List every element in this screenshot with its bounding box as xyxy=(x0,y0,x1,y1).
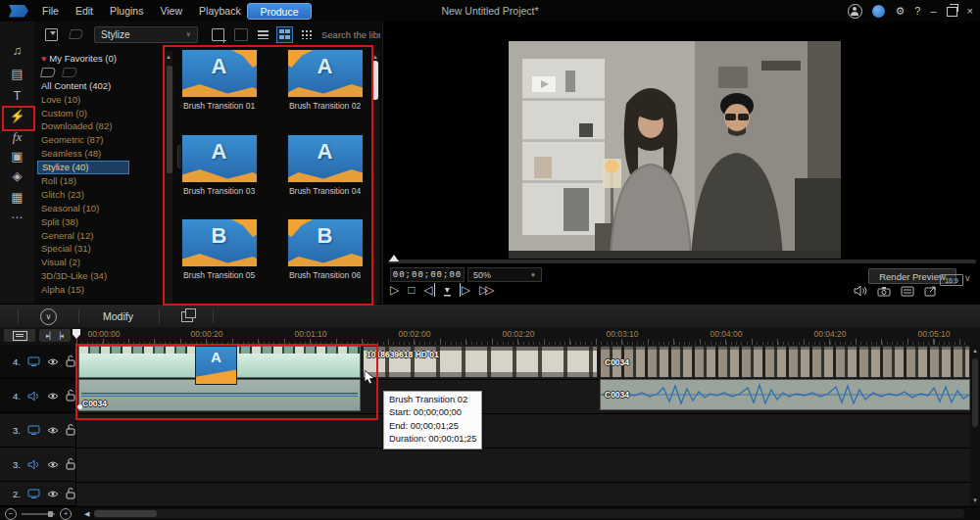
scroll-down-icon[interactable]: ▼ xyxy=(971,496,979,504)
scroll-up-icon[interactable]: ▲ xyxy=(371,53,379,61)
transition-room-icon[interactable]: ⚡ xyxy=(0,109,34,123)
clip-c0034-video-2[interactable]: C0034 xyxy=(600,346,970,378)
track-header-3-audio[interactable]: 3. xyxy=(0,448,76,482)
video-overlay-room-icon[interactable]: ▤ xyxy=(0,67,34,81)
category-seasonal[interactable]: Seasonal (10) xyxy=(37,202,129,215)
produce-button[interactable]: Produce xyxy=(247,3,312,20)
zoom-slider[interactable] xyxy=(22,513,55,515)
grid-view-icon[interactable] xyxy=(276,26,294,43)
transition-thumbnail[interactable]: A xyxy=(287,49,364,98)
lock-icon[interactable] xyxy=(66,355,75,367)
track-header-3-video[interactable]: 3. xyxy=(0,413,76,448)
category-filter-dropdown[interactable]: Stylize ∨ xyxy=(94,26,198,43)
category-visual[interactable]: Visual (2) xyxy=(37,256,129,269)
library-item[interactable]: B Brush Transition 06 xyxy=(274,218,375,280)
zoom-in-button[interactable]: + xyxy=(60,508,72,520)
track-header-4-video[interactable]: 4. xyxy=(0,345,76,379)
subtitle-room-icon[interactable]: ▦ xyxy=(0,190,34,205)
eye-icon[interactable] xyxy=(47,391,59,402)
scroll-left-icon[interactable]: ◀ xyxy=(84,510,89,518)
category-all-content[interactable]: All Content (402) xyxy=(37,79,129,93)
import-media-icon[interactable] xyxy=(45,28,58,41)
track-header-4-audio[interactable]: 4. xyxy=(0,379,76,413)
timeline-vertical-scrollbar[interactable]: ▲ ▼ xyxy=(970,345,980,506)
track-header-2-video[interactable]: 2. xyxy=(0,482,76,506)
search-input[interactable] xyxy=(319,28,382,41)
previous-frame-button[interactable]: ◁ xyxy=(423,283,434,297)
category-downloaded[interactable]: Downloaded (82) xyxy=(37,119,129,133)
category-split[interactable]: Split (38) xyxy=(37,215,129,229)
category-seamless[interactable]: Seamless (48) xyxy=(37,147,129,161)
category-roll[interactable]: Roll (18) xyxy=(37,174,129,188)
transition-thumbnail[interactable]: B xyxy=(181,218,258,267)
seekbar-playhead[interactable] xyxy=(389,255,399,261)
eye-icon[interactable] xyxy=(47,356,59,367)
remove-tag-icon[interactable] xyxy=(62,68,77,77)
snapshot-camera-icon[interactable] xyxy=(877,286,891,297)
minimize-button[interactable]: – xyxy=(930,5,936,17)
stop-button[interactable]: □ xyxy=(408,283,415,297)
lock-icon[interactable] xyxy=(66,488,75,499)
menu-file[interactable]: File xyxy=(42,5,59,17)
fast-forward-button[interactable]: ▷▷ xyxy=(479,283,491,297)
media-room-icon[interactable]: ♫ xyxy=(0,43,34,58)
category-glitch[interactable]: Glitch (23) xyxy=(37,188,129,202)
timeline-ruler[interactable]: 00:00:00 00:00:20 00:01:10 00:02:00 00:0… xyxy=(76,327,970,345)
category-alpha[interactable]: Alpha (15) xyxy=(37,283,129,297)
preview-video[interactable] xyxy=(509,41,841,259)
library-item[interactable]: A Brush Transition 02 xyxy=(274,49,375,111)
next-frame-button[interactable]: ▷ xyxy=(460,283,470,297)
menu-edit[interactable]: Edit xyxy=(75,5,93,17)
preview-timecode[interactable]: 00;00;00;00 xyxy=(390,267,465,282)
range-select-button[interactable] xyxy=(4,329,35,342)
library-item[interactable]: A Brush Transition 01 xyxy=(169,49,270,111)
eye-icon[interactable] xyxy=(47,489,59,499)
clip-1018639618-hd-01[interactable]: 1018639618 HD 01 xyxy=(363,346,598,378)
lock-icon[interactable] xyxy=(66,424,75,436)
transition-thumbnail[interactable]: A xyxy=(287,134,364,183)
category-general[interactable]: General (12) xyxy=(37,229,129,243)
preview-zoom-dropdown[interactable]: 50% ▼ xyxy=(467,267,542,282)
settings-gear-icon[interactable]: ⚙ xyxy=(895,5,905,18)
account-icon[interactable] xyxy=(848,4,862,19)
speaker-icon[interactable] xyxy=(854,285,867,297)
preview-seekbar[interactable] xyxy=(388,260,976,263)
keyframe-dot[interactable] xyxy=(77,404,82,409)
play-button[interactable]: ▷ xyxy=(390,283,399,297)
new-folder-icon[interactable] xyxy=(212,28,224,41)
transition-thumbnail[interactable]: B xyxy=(287,218,364,267)
grid-scrollbar[interactable]: ▲ ▼ xyxy=(371,51,379,321)
restore-window-button[interactable] xyxy=(947,7,957,17)
thumbnail-size-icon[interactable] xyxy=(301,29,312,39)
add-tag-icon[interactable] xyxy=(40,68,56,77)
library-item[interactable]: A Brush Transition 03 xyxy=(169,134,270,196)
library-item[interactable]: A Brush Transition 04 xyxy=(274,134,375,196)
snap-button[interactable]: ▸▏▕◂ xyxy=(39,329,71,342)
eye-icon[interactable] xyxy=(47,425,59,436)
timeline-menu-button[interactable]: ∨ xyxy=(40,308,57,325)
display-quality-icon[interactable] xyxy=(901,286,914,297)
effect-room-icon[interactable]: fx xyxy=(0,129,34,145)
timeline-horizontal-scrollbar[interactable] xyxy=(94,509,964,518)
category-love[interactable]: Love (10) xyxy=(37,93,129,107)
menu-playback[interactable]: Playback xyxy=(199,5,241,17)
title-room-icon[interactable]: T xyxy=(0,88,34,103)
transition-thumbnail[interactable]: A xyxy=(181,134,258,183)
category-custom[interactable]: Custom (0) xyxy=(37,107,129,120)
clip-c0034-audio-2[interactable]: C0034 xyxy=(600,379,970,410)
eye-icon[interactable] xyxy=(47,459,59,470)
undock-preview-icon[interactable] xyxy=(924,286,937,297)
aspect-ratio-chevron-icon[interactable]: ∨ xyxy=(964,273,971,283)
category-stylize[interactable]: Stylize (40) xyxy=(37,161,129,174)
detach-library-icon[interactable] xyxy=(234,28,247,41)
list-view-icon[interactable] xyxy=(258,29,269,39)
transition-thumbnail[interactable]: A xyxy=(181,49,258,98)
particle-room-icon[interactable]: ◈ xyxy=(0,168,34,183)
close-button[interactable]: × xyxy=(967,5,973,17)
aspect-ratio-badge[interactable]: 16:9 xyxy=(940,274,963,286)
category-3d-like[interactable]: 3D/3D-Like (34) xyxy=(37,269,129,283)
lock-icon[interactable] xyxy=(66,390,75,402)
help-button[interactable]: ? xyxy=(914,5,920,17)
menu-view[interactable]: View xyxy=(160,5,182,17)
mark-in-button[interactable]: ▾ xyxy=(444,284,451,297)
